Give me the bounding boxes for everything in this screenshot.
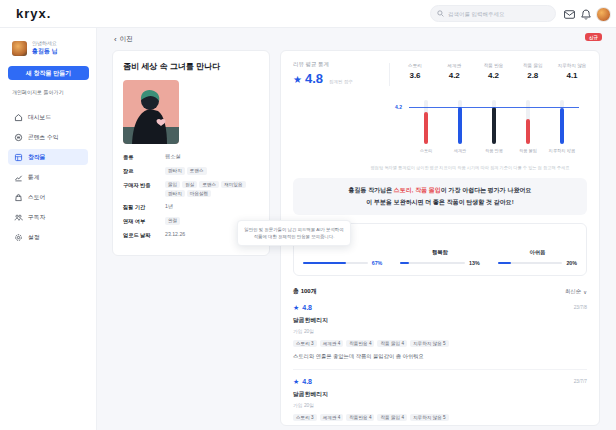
field-value: 판타지로맨스 [165,167,207,175]
field-value: 1년 [165,203,173,211]
reviewer-meta: 가입 20일 [293,328,587,334]
metric-column: 작품 반응4.2 [479,63,509,86]
work-field-row: 집필 기간1년 [123,203,259,211]
mail-icon[interactable] [562,7,576,21]
star-icon: ★ [293,74,302,85]
work-field-row: 장르판타지로맨스 [123,167,259,175]
stats-header: 리뷰 평균 통계 ★ 4.8 집계된 점수 스토리3.6세계관4.2작품 반응4… [293,61,587,86]
sidebar-item-subscribers[interactable]: 구독자 [8,209,88,225]
star-icon: ★ [293,304,299,312]
profile-block: 안녕하세요 홍길동 님 [12,40,88,56]
cover-image [123,80,179,144]
field-label: 구매자 반응 [123,181,165,197]
sentiment-bar: 행복함13% [400,249,479,266]
review-tags: 스토리 3세계관 4작품반응 4작품 몰입 4지루하지 않음 5 [293,414,587,421]
average-caption: 집계된 점수 [329,79,353,84]
chart-bar [526,119,530,144]
chevron-left-icon: ‹ [114,36,117,44]
review-date: 23/7/8 [574,305,587,310]
tag-pill: 작품 몰입 4 [377,340,406,347]
sidebar-item-store[interactable]: 스토어 [8,189,88,205]
reviews-total: 총 100개 [293,287,317,296]
tag-pill: 작품 몰입 4 [377,414,406,421]
search-icon [437,10,444,17]
global-search[interactable] [430,5,556,22]
reviewer-name: 달콤한베리지 [293,316,587,325]
field-value: 완결 [165,217,180,225]
sentiment-bar: 67% [303,249,382,266]
tag-pill: 몰입 [165,181,180,188]
sidebar-item-settings[interactable]: 설정 [8,229,88,245]
user-avatar[interactable] [596,7,611,22]
search-input[interactable] [448,11,549,17]
field-label: 연재 여부 [123,217,165,225]
stats-title: 리뷰 평균 통계 [293,61,389,68]
chart-bar [560,108,564,144]
chart-bar [492,107,496,144]
reviews-header: 총 100개 최신순 ∨ [293,287,587,296]
settings-icon [14,233,23,242]
work-field-row: 구매자 반응몰입현실로맨스재미있음판타지마음설렘 [123,181,259,197]
review-score: 4.8 [302,378,312,385]
tag-pill: 작품반응 4 [346,340,374,347]
personal-page-link[interactable]: 개인페이지로 돌아가기 [12,89,88,95]
sidebar-item-label: 콘텐츠 수익 [28,133,59,142]
back-breadcrumb[interactable]: ‹ 이전 [114,35,600,44]
chart-footnote: 평점당 독자별 통계값이 상이한 평균 지표이며 작품 시기에 따라 집계 기준… [353,165,587,170]
tag-pill: 스토리 3 [293,340,317,347]
tag-pill: 세계관 4 [320,414,344,421]
home-icon [14,113,23,122]
chart-x-label: 세계관 [445,148,475,153]
tag-pill: 스토리 3 [293,414,317,421]
tag-pill: 로맨스 [199,181,219,188]
review-list: ★4.823/7/8달콤한베리지가입 20일스토리 3세계관 4작품반응 4작품… [293,296,587,426]
field-label: 업로드 날짜 [123,231,165,239]
new-work-button[interactable]: 새 창작물 만들기 [8,66,89,80]
metric-column: 스토리3.6 [400,63,430,86]
chart-x-label: 작품 반응 [479,148,509,153]
tag-pill: 완결 [165,217,180,225]
insight-box: 홍길동 작가님은 스토리, 작품 몰입이 가장 아쉽다는 평가가 나왔어요 이 … [293,178,587,215]
sidebar-item-label: 설정 [28,233,40,242]
tag-pill: 지루하지 않음 5 [410,414,449,421]
sidebar-item-revenue[interactable]: 콘텐츠 수익 [8,129,88,145]
reviewer-name: 달콤한베리지 [293,390,587,399]
bell-icon[interactable] [579,7,593,21]
review-bar-chart: 4.2 스토리세계관작품 반응작품 몰입지루하지 않음 [411,100,577,158]
field-value: 웹소설 [165,153,181,161]
field-value: 몰입현실로맨스재미있음판타지마음설렘 [165,181,259,197]
star-icon: ★ [293,378,299,386]
app-logo: kryx. [16,6,51,21]
sidebar-item-works[interactable]: 창작물 [8,149,88,165]
sidebar-item-label: 대시보드 [28,113,51,122]
reference-line [409,107,579,108]
revenue-icon [14,133,23,142]
profile-greeting: 안녕하세요 [32,40,58,46]
sentiment-bars: 67%행복함13%아쉬움20% [303,249,577,266]
review-item: ★4.823/7/8달콤한베리지가입 20일스토리 3세계관 4작품반응 4작품… [293,296,587,370]
tag-pill: 세계관 4 [320,340,344,347]
sidebar-item-stats[interactable]: 통계 [8,169,88,185]
review-item: ★4.823/7/7달콤한베리지가입 20일스토리 3세계관 4작품반응 4작품… [293,370,587,426]
work-title: 좀비 세상 속 그녀를 만나다 [123,61,259,72]
chart-bar [458,107,462,144]
sidebar-item-label: 구독자 [28,213,45,222]
field-label: 종류 [123,153,165,161]
average-score: 4.8 [305,71,323,86]
tag-pill: 지루하지 않음 5 [410,340,449,347]
review-score: 4.8 [302,304,312,311]
sidebar-item-home[interactable]: 대시보드 [8,109,88,125]
sort-dropdown[interactable]: 최신순 ∨ [565,288,587,295]
subscribers-icon [14,213,23,222]
tag-pill: 로맨스 [187,167,207,175]
chart-x-label: 스토리 [411,148,441,153]
tag-pill: 판타지 [165,167,185,175]
work-field-row: 종류웹소설 [123,153,259,161]
sidebar: 안녕하세요 홍길동 님 새 창작물 만들기 개인페이지로 돌아가기 대시보드콘텐… [0,28,97,430]
main-content: ‹ 이전 좀비 세상 속 그녀를 만나다 종류웹소설장르판타지로맨스구매자 반응… [97,28,616,430]
reference-line-label: 4.2 [395,104,402,110]
review-date: 23/7/7 [574,379,587,384]
tag-pill: 현실 [182,181,197,188]
profile-avatar [12,41,27,56]
tag-pill: 판타지 [165,190,185,197]
